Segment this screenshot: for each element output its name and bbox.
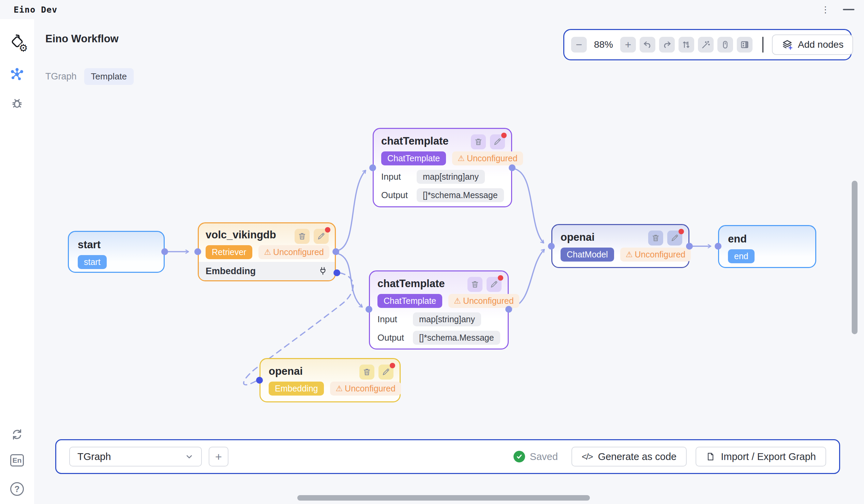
status-badge: ⚠Unconfigured — [259, 245, 329, 259]
refresh-icon[interactable] — [10, 427, 25, 442]
delete-node-button[interactable] — [467, 277, 482, 292]
code-icon: </> — [582, 452, 592, 462]
delete-node-button[interactable] — [471, 134, 486, 149]
status-badge: ⚠Unconfigured — [448, 294, 519, 308]
notification-dot — [325, 227, 331, 232]
magic-wand-button[interactable] — [698, 37, 713, 52]
minimize-icon[interactable] — [843, 9, 854, 10]
warning-icon: ⚠ — [454, 297, 461, 305]
chevron-down-icon — [185, 452, 194, 461]
generate-as-code-button[interactable]: </> Generate as code — [572, 447, 687, 467]
help-icon[interactable]: ? — [10, 482, 24, 496]
minimap-button[interactable] — [737, 37, 753, 52]
app-title: Eino Dev — [14, 5, 57, 15]
language-icon[interactable]: En — [10, 454, 24, 467]
start-badge: start — [78, 255, 107, 269]
node-openai-chatmodel[interactable]: openai ChatModel ⚠Unconfigured — [551, 224, 689, 268]
sidebar: ⚙ En ? — [0, 19, 34, 504]
save-status: Saved — [514, 451, 558, 463]
output-type-chip: []*schema.Message — [413, 331, 500, 345]
logo-gear-icon: ⚙ — [19, 43, 28, 53]
node-start[interactable]: start start — [68, 231, 165, 273]
input-label: Input — [377, 314, 404, 325]
node-chattemplate-bottom[interactable]: chatTemplate ChatTemplate ⚠Unconfigured … — [369, 271, 509, 349]
bottom-bar: TGraph + Saved </> Generate as code Impo… — [55, 439, 840, 474]
notification-dot — [501, 133, 507, 138]
warning-icon: ⚠ — [264, 248, 271, 256]
window-titlebar: Eino Dev ⋮ — [0, 0, 864, 19]
node-type-badge: Retriever — [206, 245, 252, 259]
warning-icon: ⚠ — [336, 385, 343, 393]
auto-layout-button[interactable] — [679, 37, 694, 52]
sidebar-item-debug[interactable] — [10, 96, 25, 111]
edit-node-button[interactable] — [667, 230, 682, 245]
zoom-in-button[interactable]: + — [620, 37, 636, 52]
layers-plus-icon — [781, 39, 793, 50]
input-type-chip: map[string]any — [413, 312, 481, 326]
node-title: end — [728, 233, 806, 245]
saved-label: Saved — [530, 451, 558, 463]
node-openai-embedding[interactable]: openai Embedding ⚠Unconfigured — [260, 358, 401, 403]
input-label: Input — [381, 171, 408, 182]
mouse-mode-button[interactable] — [717, 37, 733, 52]
warning-icon: ⚠ — [458, 155, 465, 162]
delete-node-button[interactable] — [359, 364, 374, 380]
zoom-out-button[interactable]: − — [571, 37, 587, 52]
edit-node-button[interactable] — [487, 277, 502, 292]
node-end[interactable]: end end — [718, 225, 816, 268]
toolbar-divider — [763, 37, 764, 52]
status-badge: ⚠Unconfigured — [620, 248, 691, 262]
import-export-button[interactable]: Import / Export Graph — [696, 447, 826, 467]
output-type-chip: []*schema.Message — [417, 188, 504, 202]
window-menu-icon[interactable]: ⋮ — [821, 5, 830, 14]
graph-select[interactable]: TGraph — [69, 447, 202, 467]
node-title: start — [78, 239, 155, 251]
embedding-slot[interactable]: Embedding — [199, 262, 335, 280]
node-chattemplate-top[interactable]: chatTemplate ChatTemplate ⚠Unconfigured … — [373, 128, 512, 207]
page-title: Eino Workflow — [45, 33, 119, 45]
node-type-badge: ChatTemplate — [381, 152, 446, 165]
sidebar-item-workflow[interactable] — [10, 67, 25, 82]
graph-select-value: TGraph — [77, 451, 111, 463]
status-badge: ⚠Unconfigured — [330, 382, 401, 396]
notification-dot — [390, 363, 395, 368]
tab-template[interactable]: Template — [84, 68, 134, 85]
notification-dot — [679, 229, 684, 234]
output-label: Output — [381, 190, 408, 201]
add-nodes-button[interactable]: Add nodes — [772, 34, 853, 55]
warning-icon: ⚠ — [626, 251, 633, 259]
edit-node-button[interactable] — [490, 134, 505, 149]
status-badge: ⚠Unconfigured — [452, 152, 523, 165]
horizontal-scrollbar[interactable] — [297, 495, 590, 501]
edit-node-button[interactable] — [314, 229, 329, 244]
canvas-toolbar: − 88% + — [563, 29, 852, 60]
output-label: Output — [377, 333, 404, 343]
node-type-badge: ChatTemplate — [377, 294, 442, 308]
add-nodes-label: Add nodes — [798, 39, 843, 50]
edit-node-button[interactable] — [379, 364, 394, 380]
node-type-badge: Embedding — [269, 382, 324, 396]
vertical-scrollbar[interactable] — [852, 181, 857, 334]
file-icon — [706, 452, 715, 461]
breadcrumb: TGraph Template — [45, 68, 134, 85]
undo-button[interactable] — [640, 37, 655, 52]
end-badge: end — [728, 249, 755, 263]
plug-icon — [318, 266, 328, 276]
node-volc-vikingdb[interactable]: volc_vikingdb Retriever ⚠Unconfigured Em… — [198, 222, 336, 281]
saved-check-icon — [514, 451, 525, 463]
node-type-badge: ChatModel — [561, 248, 614, 262]
zoom-level: 88% — [590, 39, 616, 50]
redo-button[interactable] — [659, 37, 675, 52]
breadcrumb-graph[interactable]: TGraph — [45, 71, 77, 82]
add-graph-button[interactable]: + — [209, 447, 228, 467]
notification-dot — [498, 275, 503, 281]
delete-node-button[interactable] — [295, 229, 310, 244]
input-type-chip: map[string]any — [417, 170, 485, 184]
delete-node-button[interactable] — [648, 230, 663, 245]
app-logo: ⚙ — [8, 32, 27, 51]
